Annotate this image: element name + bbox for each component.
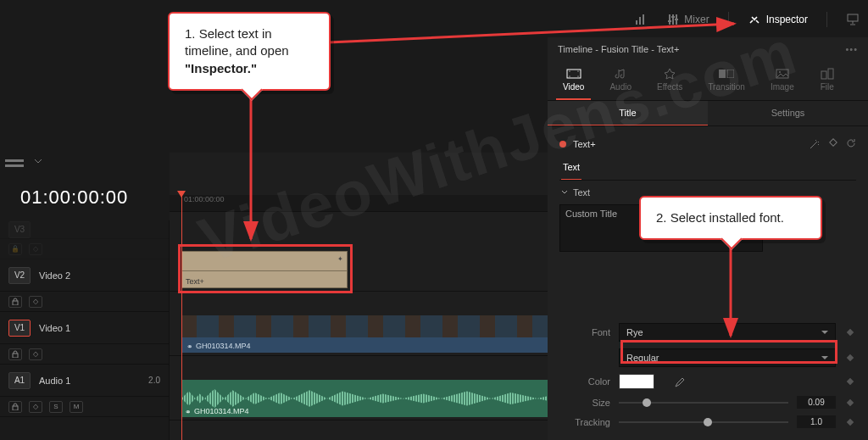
mute-button[interactable]: M (70, 401, 83, 413)
keyframe-diamond-icon[interactable] (847, 398, 854, 405)
subtab-title[interactable]: Title (548, 101, 708, 125)
svg-rect-18 (719, 70, 726, 78)
auto-select-icon[interactable]: ◇ (29, 348, 42, 360)
ruler-tick: 01:00:00:00 (181, 195, 225, 211)
font-weight-row: Regular (559, 345, 856, 370)
svg-point-9 (753, 19, 754, 20)
svg-rect-26 (5, 164, 24, 167)
mixer-button[interactable]: Mixer (667, 14, 709, 25)
keyframe-diamond-icon[interactable] (847, 329, 854, 336)
track-head-v2[interactable]: V2 Video 2 (0, 259, 169, 292)
lock-icon[interactable] (8, 401, 22, 413)
inspector-title: Timeline - Fusion Title - Text+ (558, 44, 679, 54)
lock-icon[interactable] (8, 348, 22, 360)
callout-1: 1. Select text in timeline, and open "In… (168, 12, 331, 91)
auto-select-icon[interactable]: ◇ (29, 401, 42, 413)
size-value[interactable]: 0.09 (797, 396, 836, 409)
text-tab-row: Text (559, 153, 856, 181)
track-head-v3[interactable]: V3 (0, 220, 169, 239)
keyframe-diamond-icon[interactable] (847, 354, 854, 361)
track-badge-a1[interactable]: A1 (8, 372, 31, 389)
track-head-v1[interactable]: V1 Video 1 (0, 312, 169, 344)
more-icon[interactable]: ••• (845, 44, 858, 54)
auto-select-icon[interactable]: ◇ (29, 243, 42, 255)
callout-2-text: 2. Select installed font. (656, 210, 784, 225)
svg-rect-2 (643, 14, 644, 25)
track-badge-v1[interactable]: V1 (8, 320, 31, 337)
tracking-label: Tracking (559, 417, 610, 427)
svg-rect-4 (672, 14, 674, 25)
node-name: Text+ (573, 139, 596, 149)
size-slider[interactable] (619, 402, 788, 404)
svg-rect-23 (828, 69, 833, 79)
track-ctrls-v3: 🔒 ◇ (0, 239, 169, 259)
audio-clip[interactable]: ⚭GH010314.MP4 (181, 380, 548, 417)
color-row: Color (559, 370, 856, 393)
track-lane-a1[interactable]: ⚭GH010314.MP4 (170, 376, 548, 421)
keyframe-diamond-icon[interactable] (847, 418, 854, 425)
video-clip[interactable]: ⚭GH010314.MP4 (181, 315, 548, 353)
svg-rect-25 (5, 159, 24, 162)
subtab-settings[interactable]: Settings (708, 101, 868, 125)
track-badge: V3 (8, 221, 31, 238)
tab-effects[interactable]: Effects (650, 63, 689, 100)
tab-audio[interactable]: Audio (603, 63, 638, 100)
text-clip[interactable]: Text+ ✦ (181, 251, 348, 288)
mixer-label: Mixer (684, 14, 709, 25)
keyframe-diamond-icon[interactable] (847, 378, 854, 385)
track-lane-v2[interactable]: Text+ ✦ (170, 248, 548, 292)
text-tab[interactable]: Text (561, 159, 581, 180)
track-head-a1[interactable]: A1 Audio 1 2.0 (0, 365, 169, 397)
keyframe-icon[interactable] (829, 138, 837, 150)
auto-select-icon[interactable]: ◇ (29, 296, 42, 308)
timecode-display[interactable]: 01:00:00:00 (20, 187, 128, 209)
color-swatch[interactable] (619, 374, 654, 389)
timeline-view-icon[interactable] (5, 158, 24, 171)
svg-rect-1 (639, 17, 641, 25)
size-label: Size (559, 398, 610, 408)
svg-rect-24 (830, 139, 837, 146)
toolbar-audio-meters-icon[interactable] (635, 14, 648, 25)
wand-icon[interactable] (809, 138, 821, 150)
inspector-button[interactable]: Inspector (748, 14, 808, 25)
dropdown-icon[interactable] (34, 158, 53, 171)
lock-icon[interactable] (8, 296, 22, 308)
audio-clip-label: ⚭GH010314.MP4 (185, 407, 249, 415)
node-row[interactable]: Text+ (559, 135, 856, 153)
size-row: Size 0.09 (559, 393, 856, 412)
track-name-a1: Audio 1 (39, 376, 70, 386)
track-ctrls-a1: ◇ S M (0, 397, 169, 417)
divider (728, 12, 729, 27)
chevron-down-icon (561, 189, 568, 196)
tracking-row: Tracking 1.0 (559, 412, 856, 432)
font-label: Font (559, 327, 610, 337)
solo-button[interactable]: S (49, 401, 63, 413)
tab-file[interactable]: File (813, 63, 842, 100)
link-icon: ⚭ (186, 343, 193, 351)
svg-rect-19 (727, 70, 734, 78)
font-value: Rye (626, 327, 643, 337)
tab-video[interactable]: Video (556, 63, 591, 100)
time-ruler[interactable]: 01:00:00:00 (170, 195, 548, 212)
track-badge-v2[interactable]: V2 (8, 267, 31, 284)
track-lane-v1[interactable]: ⚭GH010314.MP4 (170, 312, 548, 356)
eyedropper-icon[interactable] (673, 376, 685, 387)
thumbnail-strip (181, 315, 548, 337)
svg-rect-35 (13, 354, 18, 358)
callout-2: 2. Select installed font. (639, 196, 822, 240)
svg-point-15 (569, 75, 570, 76)
tab-transition-label: Transition (708, 82, 745, 92)
timeline-canvas[interactable]: 01:00:00:00 Text+ ✦ ⚭GH010314.MP4 ⚭GH010… (170, 153, 548, 440)
playhead[interactable] (181, 191, 182, 440)
left-tools (5, 158, 53, 171)
tracking-slider[interactable] (619, 421, 788, 423)
font-select[interactable]: Rye (619, 323, 836, 342)
reset-icon[interactable] (846, 138, 856, 150)
tab-transition[interactable]: Transition (701, 63, 752, 100)
font-weight-select[interactable]: Regular (619, 348, 836, 367)
presentation-icon[interactable] (846, 14, 860, 25)
tab-image[interactable]: Image (764, 63, 801, 100)
lock-icon[interactable]: 🔒 (8, 243, 22, 255)
tracking-value[interactable]: 1.0 (797, 415, 836, 428)
clip-midline (182, 270, 347, 271)
